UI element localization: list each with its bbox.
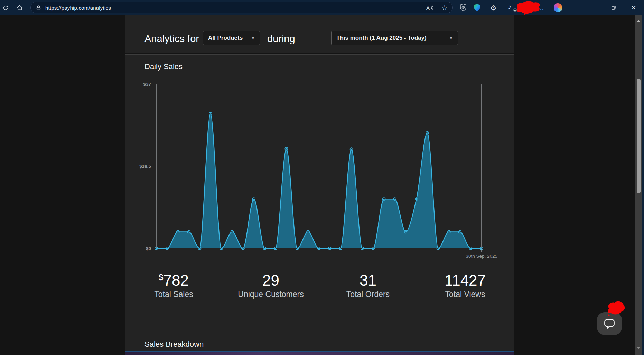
stat-total-orders: 31 Total Orders (319, 272, 417, 299)
stat-value: 29 (262, 272, 279, 289)
window-right-border (642, 0, 644, 355)
read-aloud-icon: A (426, 4, 434, 11)
svg-text:$37: $37 (143, 81, 151, 87)
close-button[interactable]: ✕ (624, 0, 644, 15)
currency-prefix: $ (159, 272, 163, 282)
stat-label: Unique Customers (222, 290, 319, 299)
minimize-button[interactable]: – (584, 0, 604, 15)
refresh-button[interactable] (0, 2, 11, 13)
scrollbar[interactable] (635, 15, 642, 355)
browser-titlebar: https://payhip.com/analytics A ☆ (0, 0, 644, 15)
lock-icon[interactable] (36, 5, 41, 11)
product-filter-dropdown[interactable]: All Products ▼ (203, 31, 260, 45)
shield-globe-icon (459, 3, 467, 12)
copilot-icon (554, 3, 562, 12)
svg-text:$0: $0 (146, 246, 151, 251)
section-divider (125, 314, 514, 314)
date-range-dropdown[interactable]: This month (1 Aug 2025 - Today) ▼ (331, 31, 458, 45)
gear-icon: ⚙ (490, 4, 497, 11)
bottom-purple-strip (125, 352, 514, 355)
restore-icon (611, 5, 616, 10)
svg-text:A: A (426, 5, 430, 11)
minimize-icon: – (592, 4, 595, 11)
home-icon (16, 4, 23, 11)
svg-text:$18.5: $18.5 (139, 164, 151, 169)
stat-unique-customers: 29 Unique Customers (222, 272, 319, 299)
stats-row: $782 Total Sales 29 Unique Customers 31 … (125, 272, 514, 299)
speech-bubble-icon (604, 318, 615, 329)
address-bar[interactable]: https://payhip.com/analytics A ☆ (30, 2, 453, 13)
svg-text:30th Sep, 2025: 30th Sep, 2025 (466, 253, 497, 259)
read-aloud-button[interactable]: A (424, 2, 436, 13)
during-label: during (267, 33, 295, 45)
date-range-value: This month (1 Aug 2025 - Today) (336, 35, 427, 41)
stat-total-views: 11427 Total Views (417, 272, 514, 299)
refresh-icon (2, 4, 9, 11)
redaction-scribble-chat (604, 299, 626, 318)
toolbar-divider (502, 4, 502, 11)
stat-value: 11427 (445, 272, 486, 289)
daily-sales-chart: $37$18.5$030th Sep, 2025 (125, 55, 514, 262)
restore-button[interactable] (604, 0, 624, 15)
stat-value: 782 (163, 272, 188, 289)
favorite-button[interactable]: ☆ (439, 2, 450, 13)
analytics-for-label: Analytics for (144, 33, 199, 45)
stat-value: 31 (360, 272, 376, 289)
stat-total-sales: $782 Total Sales (125, 272, 222, 299)
defender-shield-icon (473, 3, 481, 12)
stat-label: Total Sales (125, 290, 222, 299)
scroll-up-arrow[interactable] (637, 20, 640, 22)
product-filter-value: All Products (208, 35, 243, 41)
scroll-down-arrow[interactable] (637, 347, 640, 349)
url-text: https://payhip.com/analytics (45, 5, 111, 11)
daily-sales-card: Daily Sales $37$18.5$030th Sep, 2025 $78… (125, 54, 514, 355)
defender-extension-button[interactable] (472, 2, 483, 13)
close-icon: ✕ (631, 4, 636, 11)
chevron-down-icon: ▼ (445, 36, 453, 40)
redaction-scribble-titlebar (514, 0, 541, 15)
extension-privacy-button[interactable] (458, 2, 469, 13)
home-button[interactable] (14, 2, 25, 13)
sales-breakdown-title: Sales Breakdown (144, 340, 204, 349)
scrollbar-thumb[interactable] (637, 79, 641, 193)
copilot-button[interactable] (552, 2, 563, 13)
browser-window: https://payhip.com/analytics A ☆ (0, 0, 644, 355)
extensions-button[interactable]: ⚙ (488, 2, 499, 13)
chevron-down-icon: ▼ (246, 36, 255, 40)
stat-label: Total Orders (319, 290, 417, 299)
star-icon: ☆ (441, 4, 448, 11)
stat-label: Total Views (417, 290, 514, 299)
filter-bar: Analytics for All Products ▼ during This… (125, 15, 514, 53)
